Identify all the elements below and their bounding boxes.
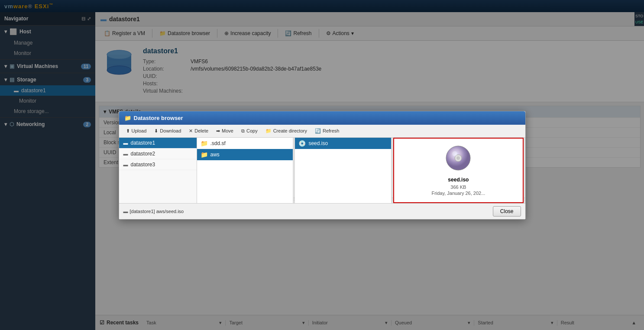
sdd-folder-icon: 📁 — [201, 140, 208, 147]
path-ds-icon: ▬ — [123, 209, 128, 214]
delete-label: Delete — [194, 128, 208, 133]
modal-toolbar: ⬆ Upload ⬇ Download ✕ Delete ➡ Move ⧉ Co… — [119, 125, 525, 138]
file-column-aws: 💿 seed.iso — [295, 138, 392, 203]
create-directory-button[interactable]: 📁 Create directory — [262, 127, 311, 135]
file-item-aws[interactable]: 📁 aws — [197, 149, 293, 160]
ds2-icon: ▬ — [123, 151, 128, 156]
path-label: [datastore1] aws/seed.iso — [130, 209, 184, 214]
modal-file-pane: 📁 .sdd.sf 📁 aws ⋮ 💿 seed.iso — [197, 138, 525, 203]
seed-iso-label: seed.iso — [308, 140, 328, 146]
copy-icon: ⧉ — [241, 128, 245, 134]
move-label: Move — [222, 128, 233, 133]
ds1-icon: ▬ — [123, 140, 128, 146]
upload-label: Upload — [132, 128, 147, 133]
modal-overlay: 📁 Datastore browser ⬆ Upload ⬇ Download … — [0, 0, 644, 330]
modal-header: 📁 Datastore browser — [119, 111, 525, 125]
delete-button[interactable]: ✕ Delete — [185, 127, 212, 135]
download-icon: ⬇ — [154, 128, 158, 134]
modal-footer: ▬ [datastore1] aws/seed.iso Close — [119, 203, 525, 219]
svg-point-9 — [452, 151, 457, 156]
preview-filesize: 366 KB — [450, 184, 466, 190]
modal-close-button[interactable]: Close — [493, 206, 521, 217]
modal-title: Datastore browser — [134, 115, 183, 121]
modal-ds-datastore1[interactable]: ▬ datastore1 — [119, 138, 197, 149]
modal-sidebar: ▬ datastore1 ▬ datastore2 ▬ datastore3 — [119, 138, 197, 203]
col-sep-3: ⋮ — [524, 138, 525, 203]
modal-refresh-button[interactable]: 🔄 Refresh — [311, 127, 343, 135]
upload-button[interactable]: ⬆ Upload — [123, 127, 150, 135]
file-column-root: 📁 .sdd.sf 📁 aws — [197, 138, 294, 203]
datastore-browser-modal: 📁 Datastore browser ⬆ Upload ⬇ Download … — [119, 111, 526, 220]
move-icon: ➡ — [216, 128, 220, 134]
ds1-label: datastore1 — [131, 140, 155, 146]
delete-icon: ✕ — [189, 128, 193, 134]
modal-ds-datastore2[interactable]: ▬ datastore2 — [119, 149, 197, 159]
file-item-sdd[interactable]: 📁 .sdd.sf — [197, 138, 293, 149]
aws-label: aws — [210, 152, 220, 158]
modal-ds-datastore3[interactable]: ▬ datastore3 — [119, 159, 197, 170]
preview-filedate: Friday, January 26, 202... — [431, 191, 485, 196]
modal-body: ▬ datastore1 ▬ datastore2 ▬ datastore3 📁 — [119, 138, 525, 203]
move-button[interactable]: ➡ Move — [213, 127, 237, 135]
ds2-label: datastore2 — [131, 151, 155, 157]
sdd-label: .sdd.sf — [210, 140, 226, 146]
file-preview-column: seed.iso 366 KB Friday, January 26, 202.… — [393, 138, 523, 203]
seed-iso-icon: 💿 — [298, 140, 306, 147]
copy-label: Copy — [246, 128, 258, 133]
copy-button[interactable]: ⧉ Copy — [238, 127, 261, 135]
ds3-icon: ▬ — [123, 162, 128, 167]
preview-filename: seed.iso — [448, 177, 469, 183]
create-dir-icon: 📁 — [265, 128, 272, 134]
modal-refresh-label: Refresh — [323, 128, 340, 133]
modal-path: ▬ [datastore1] aws/seed.iso — [123, 209, 184, 214]
modal-browser-icon: 📁 — [124, 115, 131, 121]
ds3-label: datastore3 — [131, 162, 155, 168]
upload-icon: ⬆ — [126, 128, 130, 134]
aws-folder-icon: 📁 — [201, 151, 208, 158]
svg-point-8 — [457, 157, 460, 159]
disc-svg — [445, 145, 471, 171]
file-item-seed-iso[interactable]: 💿 seed.iso — [295, 138, 391, 149]
preview-disc-icon — [445, 145, 471, 172]
download-button[interactable]: ⬇ Download — [151, 127, 184, 135]
create-directory-label: Create directory — [273, 128, 307, 133]
modal-refresh-icon: 🔄 — [315, 128, 321, 134]
download-label: Download — [160, 128, 181, 133]
